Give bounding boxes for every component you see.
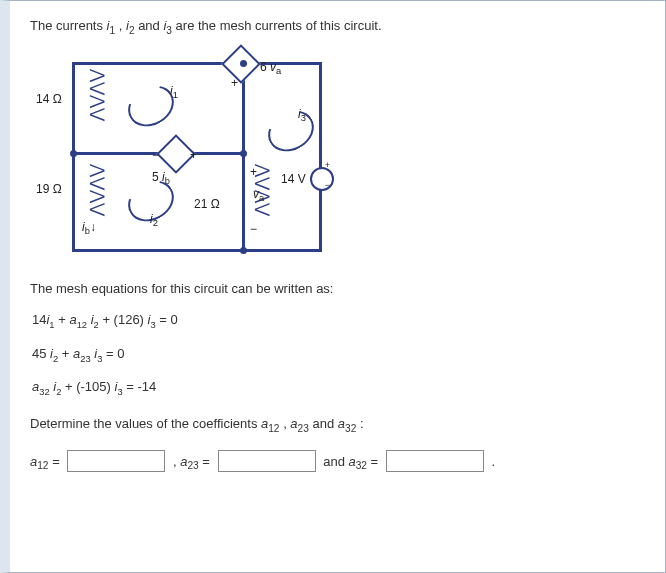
label-6va: 6 va: [260, 60, 281, 76]
determine-text: Determine the values of the coefficients…: [30, 415, 649, 436]
and1: and: [138, 18, 163, 33]
e1-126: + (126): [102, 312, 147, 327]
label-r14: 14 Ω: [36, 92, 62, 106]
ans-a23-s: 23: [187, 460, 198, 471]
plus-ccvs: +: [190, 148, 197, 162]
resistor-r14: ⋀⋁⋀⋁: [90, 69, 106, 121]
l1s: 1: [173, 90, 178, 100]
equation-1: 14i1 + a12 i2 + (126) i3 = 0: [32, 312, 649, 330]
equation-3: a32 i2 + (-105) i3 = -14: [32, 379, 649, 397]
e2-i2s: 2: [53, 353, 58, 363]
label-loop2: i2: [150, 212, 158, 228]
plus-va: +: [250, 165, 257, 179]
ask-a23: a: [290, 416, 297, 431]
va-s: a: [276, 66, 281, 76]
plus-vsrc: +: [325, 160, 330, 170]
label-r21: 21 Ω: [194, 197, 220, 211]
intro-text: The currents i1 , i2 and i3 are the mesh…: [30, 17, 649, 38]
ask-a12s: 12: [268, 422, 279, 433]
intro-pre: The currents: [30, 18, 107, 33]
equation-block: 14i1 + a12 i2 + (126) i3 = 0 45 i2 + a23…: [32, 312, 649, 397]
ans-a32-s: 32: [356, 460, 367, 471]
e3-i3s: 3: [117, 387, 122, 397]
e3-as: 32: [39, 387, 49, 397]
ans-period: .: [491, 453, 495, 468]
node-mid-bot: [240, 247, 247, 254]
wire-bottom: [72, 249, 322, 252]
six: 6: [260, 60, 270, 74]
vsource-circle: [310, 167, 334, 191]
label-5ib: 5 ib: [152, 170, 170, 186]
e3-i2s: 2: [56, 387, 61, 397]
e3-eqrhs: = -14: [126, 379, 156, 394]
node-mid-top: [240, 60, 247, 67]
circuit-diagram: ⋀⋁⋀⋁ ⋀⋁⋀⋁ ⋀⋁⋀⋁ 14 Ω 19 Ω 21 Ω 5 ib 6 va …: [42, 52, 352, 262]
mesh-loop-3: [261, 102, 322, 159]
e2-45: 45: [32, 346, 50, 361]
ask-a32s: 32: [345, 422, 356, 433]
equations-intro: The mesh equations for this circuit can …: [30, 280, 649, 298]
equation-2: 45 i2 + a23 i3 = 0: [32, 346, 649, 364]
resistor-r19: ⋀⋁⋀⋁: [90, 164, 106, 216]
wire-top: [72, 62, 322, 65]
minus-vsrc: −: [325, 180, 330, 190]
input-a12[interactable]: [67, 450, 165, 472]
ans-and: and: [323, 453, 348, 468]
answer-row: a12 = , a23 = and a32 = .: [30, 450, 649, 473]
ans-eq1: =: [52, 453, 63, 468]
wire-right: [319, 62, 322, 252]
e1-a: a: [69, 312, 76, 327]
e1-i3s: 3: [150, 320, 155, 330]
node-left-mid: [70, 150, 77, 157]
ask-a23s: 23: [298, 422, 309, 433]
ans-a12-s: 12: [37, 460, 48, 471]
sep1: ,: [119, 18, 126, 33]
minus-ccvs: −: [152, 148, 159, 162]
l2s: 2: [153, 218, 158, 228]
e1-14: 14: [32, 312, 46, 327]
wire-mid-v: [242, 62, 245, 252]
input-a23[interactable]: [218, 450, 316, 472]
e2-as: 23: [80, 353, 90, 363]
minus-va: −: [250, 222, 257, 236]
e1-eq0: = 0: [159, 312, 177, 327]
i2-sub: 2: [129, 25, 135, 36]
wire-left: [72, 62, 75, 252]
label-loop3: i3: [298, 107, 306, 123]
ask-a32: a: [338, 416, 345, 431]
e1-plus1: +: [58, 312, 69, 327]
ask-colon: :: [360, 416, 364, 431]
label-loop1: i1: [170, 84, 178, 100]
ans-a32-l: a: [348, 453, 355, 468]
ask-pre: Determine the values of the coefficients: [30, 416, 261, 431]
label-r19: 19 Ω: [36, 182, 62, 196]
ib-s: b: [165, 176, 170, 186]
l3s: 3: [301, 113, 306, 123]
e2-eq0: = 0: [106, 346, 124, 361]
e3-105: + (-105): [65, 379, 115, 394]
label-14v: 14 V: [281, 172, 306, 186]
node-mid-mid: [240, 150, 247, 157]
var-s: a: [259, 193, 264, 203]
e1-i1s: 1: [49, 320, 54, 330]
iba-s: b: [85, 226, 90, 236]
ans-eq3: =: [371, 453, 382, 468]
ans-eq2: =: [202, 453, 213, 468]
e2-plus: +: [62, 346, 73, 361]
input-a32[interactable]: [386, 450, 484, 472]
intro-tail: are the mesh currents of this circuit.: [176, 18, 382, 33]
i1-sub: 1: [109, 25, 115, 36]
ask-and: and: [312, 416, 337, 431]
e1-i2s: 2: [94, 320, 99, 330]
e2-i3s: 3: [97, 353, 102, 363]
label-va-right: va: [253, 187, 264, 203]
i3-sub: 3: [166, 25, 172, 36]
plus-cccs: +: [231, 76, 238, 90]
label-ib-arrow: ib↓: [82, 220, 96, 236]
e1-as: 12: [77, 320, 87, 330]
five: 5: [152, 170, 162, 184]
